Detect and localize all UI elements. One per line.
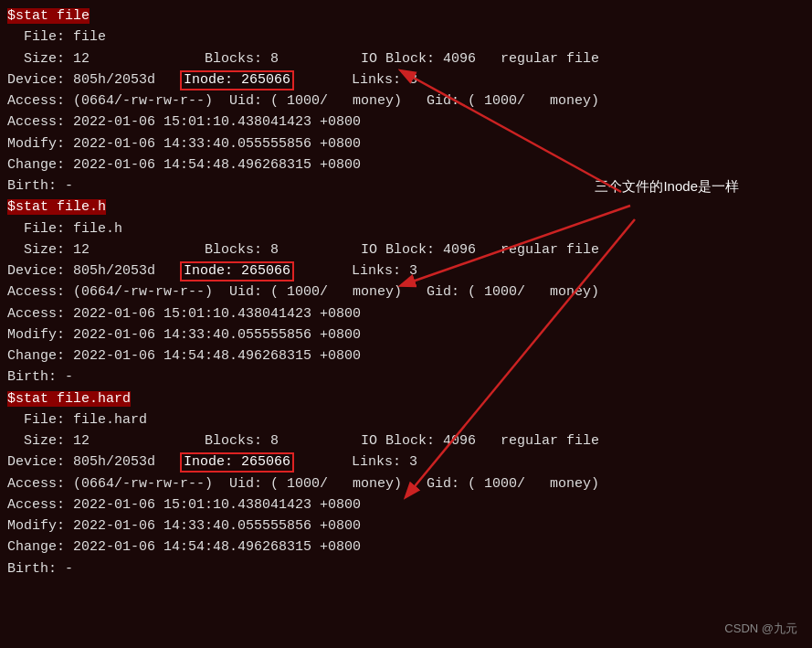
line-cmd1: $stat file <box>7 5 805 27</box>
line-access-time1: Access: 2022-01-06 15:01:10.438041423 +0… <box>7 112 805 133</box>
line-change2: Change: 2022-01-06 14:54:48.496268315 +0… <box>7 345 805 366</box>
terminal: $stat file File: file Size: 12 Blocks: 8… <box>0 0 812 648</box>
line-change1: Change: 2022-01-06 14:54:48.496268315 +0… <box>7 154 805 175</box>
cmd2-highlight: $stat file.h <box>7 199 106 215</box>
inode-box3: Inode: 265066 <box>180 452 294 473</box>
line-device1: Device: 805h/2053d Inode: 265066 Links: … <box>7 69 805 90</box>
line-access-perm3: Access: (0664/-rw-rw-r--) Uid: ( 1000/ m… <box>7 473 805 494</box>
cmd1-highlight: $stat file <box>7 8 90 24</box>
line-access-time2: Access: 2022-01-06 15:01:10.438041423 +0… <box>7 303 805 324</box>
line-file2: File: file.h <box>7 218 805 239</box>
line-access-time3: Access: 2022-01-06 15:01:10.438041423 +0… <box>7 494 805 515</box>
inode-box2: Inode: 265066 <box>180 261 294 282</box>
line-access-perm2: Access: (0664/-rw-rw-r--) Uid: ( 1000/ m… <box>7 282 805 303</box>
cmd3-highlight: $stat file.hard <box>7 391 131 407</box>
line-modify1: Modify: 2022-01-06 14:33:40.055555856 +0… <box>7 133 805 154</box>
line-modify2: Modify: 2022-01-06 14:33:40.055555856 +0… <box>7 324 805 345</box>
annotation-text: 三个文件的Inode是一样 <box>595 178 739 196</box>
line-change3: Change: 2022-01-06 14:54:48.496268315 +0… <box>7 536 805 558</box>
line-device2: Device: 805h/2053d Inode: 265066 Links: … <box>7 260 805 282</box>
line-birth3: Birth: - <box>7 558 805 579</box>
line-modify3: Modify: 2022-01-06 14:33:40.055555856 +0… <box>7 515 805 536</box>
inode-box1: Inode: 265066 <box>180 70 294 90</box>
line-size1: Size: 12 Blocks: 8 IO Block: 4096 regula… <box>7 48 805 69</box>
line-file1: File: file <box>7 27 805 48</box>
line-cmd3: $stat file.hard <box>7 388 805 409</box>
line-cmd2: $stat file.h <box>7 197 805 218</box>
line-size3: Size: 12 Blocks: 8 IO Block: 4096 regula… <box>7 430 805 451</box>
line-size2: Size: 12 Blocks: 8 IO Block: 4096 regula… <box>7 239 805 260</box>
line-access-perm1: Access: (0664/-rw-rw-r--) Uid: ( 1000/ m… <box>7 90 805 112</box>
watermark: CSDN @九元 <box>724 621 797 637</box>
line-device3: Device: 805h/2053d Inode: 265066 Links: … <box>7 451 805 473</box>
line-birth2: Birth: - <box>7 366 805 388</box>
line-file3: File: file.hard <box>7 409 805 430</box>
